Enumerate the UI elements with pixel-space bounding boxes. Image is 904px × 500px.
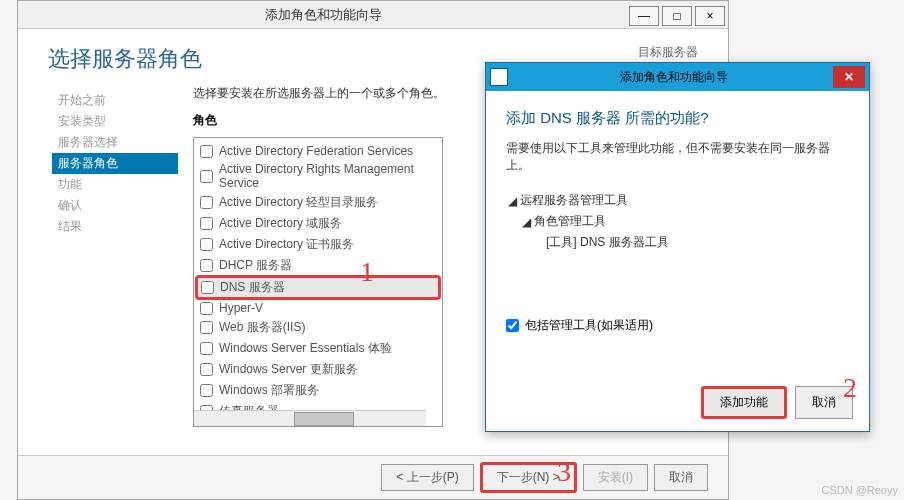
role-checkbox[interactable] <box>200 259 213 272</box>
role-row[interactable]: Active Directory 域服务 <box>196 213 440 234</box>
annotation-3: 3 <box>557 456 571 488</box>
annotation-2: 2 <box>843 372 857 404</box>
add-features-dialog: 添加角色和功能向导 ✕ 添加 DNS 服务器 所需的功能? 需要使用以下工具来管… <box>485 62 870 432</box>
nav-confirm[interactable]: 确认 <box>58 195 178 216</box>
role-checkbox[interactable] <box>200 426 213 427</box>
wizard-footer: < 上一步(P) 下一步(N) > 安装(I) 取消 <box>18 455 728 499</box>
tree-expand-icon[interactable]: ◢ <box>520 215 532 229</box>
wizard-nav: 开始之前 安装类型 服务器选择 服务器角色 功能 确认 结果 <box>28 80 178 450</box>
role-row[interactable]: Hyper-V <box>196 299 440 317</box>
destination-label: 目标服务器 <box>619 44 698 61</box>
role-checkbox[interactable] <box>200 217 213 230</box>
role-row[interactable]: Active Directory 证书服务 <box>196 234 440 255</box>
tree-leaf[interactable]: [工具] DNS 服务器工具 <box>506 232 849 253</box>
dialog-heading: 添加 DNS 服务器 所需的功能? <box>506 109 849 128</box>
tree-root-label: 远程服务器管理工具 <box>520 192 628 209</box>
install-button[interactable]: 安装(I) <box>583 464 648 491</box>
role-label: Windows 部署服务 <box>219 382 319 399</box>
role-row[interactable]: Active Directory 轻型目录服务 <box>196 192 440 213</box>
role-checkbox[interactable] <box>200 342 213 355</box>
horizontal-scrollbar[interactable] <box>194 410 426 426</box>
annotation-1: 1 <box>360 256 374 288</box>
role-row[interactable]: Web 服务器(IIS) <box>196 317 440 338</box>
role-checkbox[interactable] <box>200 384 213 397</box>
nav-server-roles[interactable]: 服务器角色 <box>52 153 178 174</box>
role-label: Web 服务器(IIS) <box>219 319 305 336</box>
role-label: Active Directory 证书服务 <box>219 236 354 253</box>
add-features-button[interactable]: 添加功能 <box>701 386 787 419</box>
tree-expand-icon[interactable]: ◢ <box>506 194 518 208</box>
roles-list: Active Directory Federation Services Act… <box>194 138 442 427</box>
role-row[interactable]: Windows Server Essentials 体验 <box>196 338 440 359</box>
nav-results[interactable]: 结果 <box>58 216 178 237</box>
role-label: Active Directory 轻型目录服务 <box>219 194 378 211</box>
role-label: DHCP 服务器 <box>219 257 292 274</box>
roles-listbox[interactable]: Active Directory Federation Services Act… <box>193 137 443 427</box>
role-row[interactable]: Windows 部署服务 <box>196 380 440 401</box>
nav-install-type[interactable]: 安装类型 <box>58 111 178 132</box>
tree-child-label: 角色管理工具 <box>534 213 606 230</box>
tree-child[interactable]: ◢角色管理工具 <box>506 211 849 232</box>
role-label: Active Directory Rights Management Servi… <box>219 162 436 190</box>
main-window-title: 添加角色和功能向导 <box>18 6 629 24</box>
prev-button[interactable]: < 上一步(P) <box>381 464 473 491</box>
close-button[interactable]: × <box>695 6 725 26</box>
dialog-icon <box>490 68 508 86</box>
role-label: Active Directory 域服务 <box>219 215 342 232</box>
features-tree: ◢远程服务器管理工具 ◢角色管理工具 [工具] DNS 服务器工具 <box>506 186 849 257</box>
watermark: CSDN @Reoyy <box>821 484 898 496</box>
role-checkbox[interactable] <box>200 238 213 251</box>
dialog-footer: 添加功能 取消 <box>701 386 853 419</box>
nav-features[interactable]: 功能 <box>58 174 178 195</box>
cancel-button[interactable]: 取消 <box>654 464 708 491</box>
role-checkbox[interactable] <box>200 363 213 376</box>
role-label: DNS 服务器 <box>220 279 285 296</box>
role-label: Hyper-V <box>219 301 263 315</box>
window-controls: — □ × <box>629 4 728 26</box>
role-checkbox[interactable] <box>201 281 214 294</box>
nav-before-begin[interactable]: 开始之前 <box>58 90 178 111</box>
page-title: 选择服务器角色 <box>48 44 202 74</box>
tree-leaf-label: [工具] DNS 服务器工具 <box>546 234 669 251</box>
maximize-button[interactable]: □ <box>662 6 692 26</box>
include-tools-checkbox-row[interactable]: 包括管理工具(如果适用) <box>506 317 849 334</box>
role-checkbox[interactable] <box>200 170 213 183</box>
role-row[interactable]: Active Directory Federation Services <box>196 142 440 160</box>
include-tools-checkbox[interactable] <box>506 319 519 332</box>
dialog-description: 需要使用以下工具来管理此功能，但不需要安装在同一服务器上。 <box>506 140 849 174</box>
role-row-dns[interactable]: DNS 服务器 <box>195 275 441 300</box>
role-label: Windows Server 更新服务 <box>219 361 358 378</box>
dialog-title: 添加角色和功能向导 <box>514 69 833 86</box>
role-label: Windows Server Essentials 体验 <box>219 340 392 357</box>
role-row[interactable]: Windows Server 更新服务 <box>196 359 440 380</box>
role-label: Active Directory Federation Services <box>219 144 413 158</box>
nav-server-select[interactable]: 服务器选择 <box>58 132 178 153</box>
scrollbar-thumb[interactable] <box>294 412 354 426</box>
tree-root[interactable]: ◢远程服务器管理工具 <box>506 190 849 211</box>
role-checkbox[interactable] <box>200 302 213 315</box>
role-checkbox[interactable] <box>200 321 213 334</box>
role-row[interactable]: Active Directory Rights Management Servi… <box>196 160 440 192</box>
role-checkbox[interactable] <box>200 145 213 158</box>
dialog-titlebar: 添加角色和功能向导 ✕ <box>486 63 869 91</box>
main-titlebar: 添加角色和功能向导 — □ × <box>18 1 728 29</box>
dialog-close-button[interactable]: ✕ <box>833 66 865 88</box>
role-row[interactable]: DHCP 服务器 <box>196 255 440 276</box>
minimize-button[interactable]: — <box>629 6 659 26</box>
role-checkbox[interactable] <box>200 196 213 209</box>
dialog-body: 添加 DNS 服务器 所需的功能? 需要使用以下工具来管理此功能，但不需要安装在… <box>486 91 869 352</box>
include-tools-label: 包括管理工具(如果适用) <box>525 317 653 334</box>
